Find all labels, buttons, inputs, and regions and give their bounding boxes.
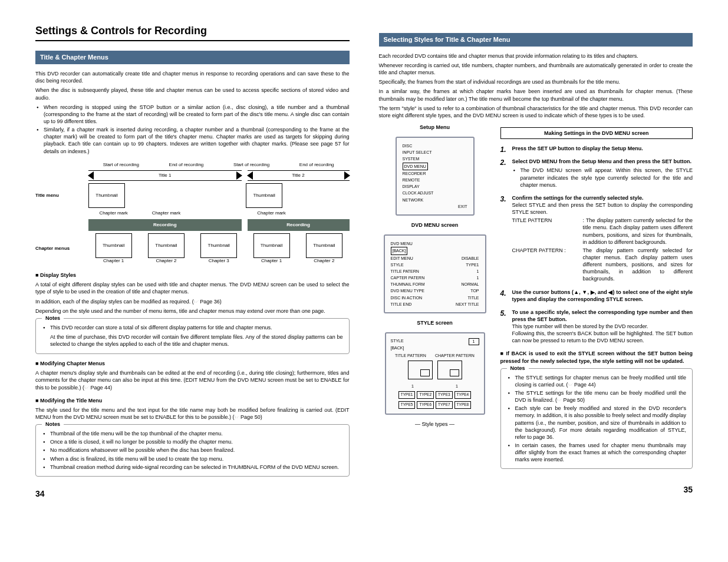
- lbl-ch3: Chapter 3: [209, 258, 229, 265]
- n2e: Thumbnail creation method during wide-si…: [50, 464, 343, 471]
- notes-box-1: Notes This DVD recorder can store a tota…: [35, 318, 350, 354]
- thumb-c4: Thumbnail: [253, 233, 290, 258]
- notes-box-2: Notes Thumbnail of the title menu will b…: [35, 424, 350, 477]
- lbl-ch2: Chapter 2: [156, 258, 176, 265]
- rec-bar-2: Recording: [248, 219, 350, 231]
- intro-1: This DVD recorder can automatically crea…: [35, 70, 350, 84]
- title-2: Title 2: [292, 173, 305, 179]
- setup-item-5: REMOTE: [403, 177, 467, 183]
- setup-item-8: NETWORK: [403, 197, 467, 203]
- style-type-6: TYPE6: [417, 401, 434, 409]
- s2a: The DVD MENU screen will appear. Within …: [521, 167, 693, 188]
- n2b: Once a title is closed, it will no longe…: [50, 438, 343, 445]
- style-type-7: TYPE7: [436, 401, 453, 409]
- page-right: Selecting Styles for Title & Chapter Men…: [379, 24, 693, 500]
- lbl-ch1: Chapter 1: [103, 258, 124, 265]
- bullet-2: Similarly, if a chapter mark is inserted…: [44, 126, 350, 155]
- rec-bar-1: Recording: [88, 219, 242, 231]
- style-type-2: TYPE2: [417, 391, 434, 399]
- style-screen-box: STYLE 1 [BACK] TITLE PATTERN CHAPTER PAT…: [385, 332, 485, 415]
- s5a: This type number will then be stored by …: [512, 323, 693, 330]
- disp-p2: In addition, each of the display styles …: [35, 298, 350, 305]
- rp4: In a similar way, the frames at which ch…: [379, 88, 693, 102]
- notes-label-1: Notes: [42, 315, 64, 322]
- step-5: To use a specific style, select the corr…: [500, 309, 693, 345]
- mod-title-heading: Modifying the Title Menu: [35, 397, 350, 404]
- making-settings-title: Making Settings in the DVD MENU screen: [500, 127, 693, 139]
- back-note: If BACK is used to exit the STYLE screen…: [500, 350, 693, 364]
- thumb-c2: Thumbnail: [148, 233, 185, 258]
- setup-item-3: DVD MENU: [403, 163, 467, 170]
- rp2: Whenever recording is carried out, title…: [379, 62, 693, 76]
- page-number-right: 35: [379, 484, 693, 495]
- dvd-item-9: TITLE ENDNEXT TITLE: [391, 301, 479, 308]
- lbl-ch1b: Chapter 1: [261, 258, 282, 265]
- dvd-caption: DVD MENU screen: [379, 222, 491, 229]
- setup-item-2: SYSTEM: [403, 156, 467, 162]
- dvd-item-6: THUMNAIL FORMNORMAL: [391, 281, 479, 287]
- setup-item-9: EXIT: [403, 203, 467, 210]
- setup-menu-box: DISCINPUT SELECTSYSTEMDVD MENURECORDERRE…: [396, 137, 475, 216]
- setup-item-0: DISC: [403, 143, 467, 149]
- disp-p3: Depending on the style used and the numb…: [35, 308, 350, 315]
- cm3: Chapter mark: [257, 210, 285, 217]
- page-number-left: 34: [35, 488, 350, 500]
- disp-p1: A total of eight different display style…: [35, 281, 350, 295]
- step-3: Confirm the settings for the currently s…: [500, 194, 693, 283]
- style-footer: Style types: [421, 421, 447, 427]
- style-header: STYLE: [391, 338, 404, 345]
- page-left: Settings & Controls for Recording Title …: [35, 24, 350, 500]
- style-type-4: TYPE4: [454, 391, 472, 399]
- rn2: The STYLE settings for the title menu ca…: [515, 389, 687, 404]
- label-end-rec: End of recording: [154, 162, 219, 168]
- cm2: Chapter mark: [152, 210, 180, 217]
- setup-item-1: INPUT SELECT: [403, 149, 467, 156]
- notes-box-right: Notes The STYLE settings for chapter men…: [500, 368, 693, 470]
- notes-label-r: Notes: [507, 365, 529, 372]
- dvd-item-3: STYLETYPE1: [391, 262, 479, 268]
- style-back: [BACK]: [391, 346, 404, 350]
- label-title-menu: Title menu: [35, 193, 88, 199]
- thumb-c5: Thumbnail: [306, 233, 342, 258]
- dvd-item-0: DVD MENU: [391, 240, 479, 247]
- rp3: Specifically, the frames from the start …: [379, 78, 693, 85]
- dvd-item-4: TITLE PATERN1: [391, 268, 479, 275]
- note1b: At the time of purchase, this DVD record…: [50, 333, 343, 348]
- notes-label-2: Notes: [42, 421, 64, 428]
- dvd-item-8: DISC IN ACTIONTITLE: [391, 295, 479, 301]
- thumb-c3: Thumbnail: [200, 233, 237, 258]
- dvd-item-1: [BACK]: [391, 247, 479, 254]
- n2c: No modifications whatsoever will be poss…: [50, 447, 343, 454]
- display-styles-heading: Display Styles: [35, 272, 350, 279]
- lbl-ch2b: Chapter 2: [314, 258, 334, 265]
- style-type-1: TYPE1: [398, 391, 416, 399]
- s3-tp-l: TITLE PATTERN: [512, 217, 583, 246]
- section-title-left: Title & Chapter Menus: [35, 51, 350, 64]
- style-type-3: TYPE3: [436, 391, 453, 399]
- style-num: 1: [469, 338, 479, 345]
- style-cp: CHAPTER PATTERN: [435, 353, 475, 358]
- mod-title-p: The style used for the title menu and th…: [35, 406, 350, 421]
- rn4: In certain cases, the frames used for ch…: [515, 442, 687, 463]
- style-caption: STYLE screen: [379, 319, 491, 326]
- thumb-t1: Thumbnail: [88, 183, 125, 208]
- step-2: Select DVD MENU from the Setup Menu and …: [500, 158, 693, 189]
- title-chapter-diagram: Start of recording End of recording Star…: [35, 162, 350, 265]
- label-chapter-menus: Chapter menus: [35, 246, 88, 252]
- dvd-item-5: CAPTER PATERN1: [391, 275, 479, 281]
- thumb-c1: Thumbnail: [95, 233, 132, 258]
- setup-caption: Setup Menu: [379, 124, 491, 131]
- s3-tp-r: : The display pattern currently selected…: [583, 217, 693, 246]
- s3-cp-r: The display pattern currently selected f…: [583, 247, 693, 283]
- n2a: Thumbnail of the title menu will be the …: [50, 430, 343, 437]
- rp5: The term "style" is used to refer to a c…: [379, 105, 693, 119]
- rp1: Each recorded DVD contains title and cha…: [379, 52, 693, 59]
- setup-item-6: DISPLAY: [403, 183, 467, 190]
- cm1: Chapter mark: [99, 210, 127, 217]
- intro-2: When the disc is subsequently played, th…: [35, 87, 350, 101]
- s3a: Select STYLE and then press the SET butt…: [512, 201, 693, 216]
- label-end-rec-2: End of recording: [284, 162, 350, 168]
- note1a: This DVD recorder can store a total of s…: [50, 324, 343, 331]
- dvd-item-2: EDIT MENUDISABLE: [391, 255, 479, 262]
- style-type-8: TYPE8: [454, 401, 472, 409]
